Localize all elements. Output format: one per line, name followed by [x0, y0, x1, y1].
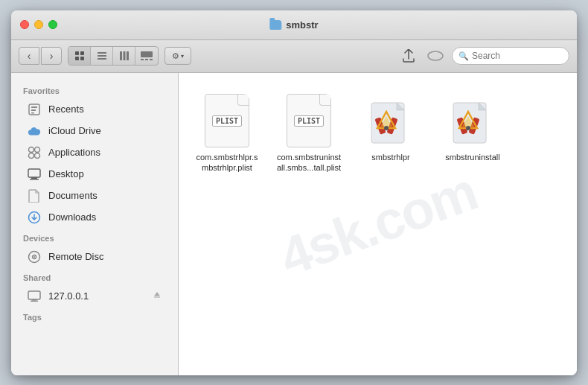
toolbar: ‹ › — [11, 40, 577, 73]
sidebar-item-documents[interactable]: Documents — [16, 185, 173, 206]
svg-rect-8 — [123, 51, 125, 60]
svg-rect-11 — [141, 59, 144, 60]
desktop-icon — [28, 168, 41, 181]
plist-badge: PLIST — [212, 115, 242, 127]
traffic-lights — [20, 20, 57, 29]
eject-button[interactable] — [153, 290, 162, 302]
search-input[interactable] — [472, 51, 563, 61]
sidebar-item-label: iCloud Drive — [48, 125, 101, 136]
folder-icon — [269, 20, 281, 30]
forward-button[interactable]: › — [41, 47, 62, 65]
svg-point-19 — [29, 147, 34, 152]
close-button[interactable] — [20, 20, 29, 29]
svg-point-21 — [29, 153, 34, 158]
main-content: Favorites Recents — [11, 73, 577, 375]
sidebar-item-applications[interactable]: Applications — [16, 142, 173, 163]
sidebar-shared-left: 127.0.0.1 — [28, 290, 89, 303]
sidebar-item-downloads[interactable]: Downloads — [16, 207, 173, 228]
file-item-plist1[interactable]: PLIST com.smbstrhlpr.smbstrhlpr.plist — [194, 88, 261, 174]
monitor-icon — [28, 290, 41, 303]
maximize-button[interactable] — [48, 20, 57, 29]
plist-doc-icon: PLIST — [205, 94, 249, 147]
sidebar-item-label: 127.0.0.1 — [48, 290, 89, 302]
svg-rect-7 — [120, 51, 122, 60]
svg-rect-23 — [28, 169, 40, 177]
documents-icon — [28, 189, 41, 203]
svg-point-20 — [35, 147, 40, 152]
file-item-smbstruninstall[interactable]: smbstruninstall — [439, 88, 506, 174]
svg-point-14 — [428, 51, 443, 60]
sidebar-item-label: Documents — [48, 190, 98, 201]
file-name: com.smbstruninstall.smbs...tall.plist — [276, 152, 342, 174]
plist-badge: PLIST — [294, 115, 324, 127]
app-icon-svg — [367, 100, 415, 147]
view-icon-button[interactable] — [68, 47, 91, 65]
sidebar: Favorites Recents — [11, 73, 179, 375]
disc-icon — [28, 250, 41, 264]
downloads-icon — [28, 211, 41, 224]
plist-corner — [238, 95, 249, 105]
file-name: com.smbstrhlpr.smbstrhlpr.plist — [194, 152, 260, 174]
search-box[interactable]: 🔍 — [452, 47, 569, 65]
svg-rect-25 — [30, 179, 39, 180]
sidebar-item-remote-disc[interactable]: Remote Disc — [16, 246, 173, 267]
sidebar-item-icloud[interactable]: iCloud Drive — [16, 121, 173, 141]
svg-rect-2 — [75, 57, 79, 60]
file-name: smbstruninstall — [445, 152, 499, 162]
svg-rect-12 — [145, 59, 148, 60]
tags-section: Tags — [11, 310, 178, 325]
svg-rect-17 — [31, 109, 36, 111]
file-item-plist2[interactable]: PLIST com.smbstruninstall.smbs...tall.pl… — [275, 88, 342, 174]
plist-doc-icon: PLIST — [287, 94, 331, 147]
applications-icon — [28, 146, 41, 159]
sidebar-item-label: Recents — [48, 104, 84, 115]
file-icon — [365, 88, 417, 147]
view-list-button[interactable] — [91, 47, 113, 65]
titlebar: smbstr — [11, 10, 577, 40]
nav-buttons: ‹ › — [19, 47, 62, 65]
gear-icon: ⚙ — [172, 51, 179, 61]
sidebar-item-localhost[interactable]: 127.0.0.1 — [16, 286, 173, 307]
back-button[interactable]: ‹ — [19, 47, 39, 65]
sidebar-item-label: Desktop — [48, 168, 84, 179]
file-icon: PLIST — [283, 88, 335, 147]
svg-rect-5 — [98, 55, 106, 57]
svg-rect-3 — [80, 57, 84, 60]
shared-section: Shared — [11, 270, 178, 285]
icloud-icon — [28, 124, 41, 138]
svg-rect-31 — [32, 299, 36, 301]
search-icon: 🔍 — [458, 51, 469, 61]
file-icon: PLIST — [201, 88, 253, 147]
view-gallery-button[interactable] — [135, 47, 158, 65]
svg-rect-32 — [31, 300, 38, 302]
window-title: smbstr — [269, 19, 318, 31]
svg-rect-9 — [127, 51, 129, 60]
minimize-button[interactable] — [34, 20, 43, 29]
sidebar-item-label: Applications — [48, 147, 100, 158]
app-icon-svg — [449, 100, 496, 147]
svg-point-46 — [466, 126, 470, 130]
sidebar-item-recents[interactable]: Recents — [16, 99, 173, 120]
recents-icon — [28, 103, 41, 116]
plist-corner — [320, 95, 330, 105]
svg-rect-24 — [31, 177, 37, 179]
share-button[interactable] — [398, 47, 419, 65]
view-column-button[interactable] — [113, 47, 135, 65]
svg-point-29 — [33, 256, 35, 258]
watermark: 4sk.com — [272, 160, 485, 287]
svg-rect-30 — [28, 291, 40, 299]
svg-rect-18 — [31, 112, 34, 114]
file-item-smbstrhlpr[interactable]: smbstrhlpr — [357, 88, 424, 174]
svg-point-39 — [384, 126, 389, 130]
favorites-section: Favorites — [11, 83, 178, 98]
svg-point-22 — [35, 153, 40, 158]
finder-window: smbstr ‹ › — [11, 10, 577, 375]
tag-button[interactable] — [425, 47, 446, 65]
chevron-down-icon: ▾ — [181, 53, 184, 60]
sidebar-item-label: Downloads — [48, 211, 96, 223]
action-button[interactable]: ⚙ ▾ — [164, 47, 191, 65]
file-name: smbstrhlpr — [371, 152, 409, 162]
sidebar-item-desktop[interactable]: Desktop — [16, 164, 173, 185]
file-icon — [447, 88, 499, 147]
svg-rect-1 — [80, 51, 84, 55]
